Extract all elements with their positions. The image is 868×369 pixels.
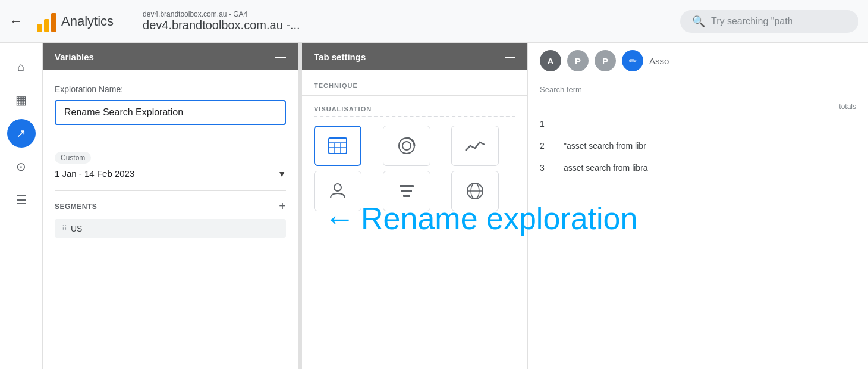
viz-grid-row2 <box>314 171 515 211</box>
analytics-logo: Analytics <box>37 11 114 32</box>
sidebar-item-home[interactable]: ⌂ <box>7 52 36 81</box>
viz-table[interactable] <box>314 126 361 166</box>
data-panel: A P P ✏ Asso Search term totals 1 2 "ass… <box>528 43 868 369</box>
date-range-text: 1 Jan - 14 Feb 2023 <box>55 168 134 179</box>
technique-label: TECHNIQUE <box>302 70 527 96</box>
us-label: US <box>71 224 82 233</box>
row-num-3: 3 <box>540 163 552 173</box>
svg-rect-9 <box>401 190 412 192</box>
viz-line[interactable] <box>451 126 499 166</box>
date-custom-label: Custom <box>55 152 91 164</box>
sidebar-item-reports[interactable]: ▦ <box>7 86 36 114</box>
browser-search[interactable]: 🔍 Try searching "path <box>680 10 858 33</box>
avatar-a: A <box>540 50 561 71</box>
svg-point-7 <box>334 184 341 191</box>
sidebar-item-menu[interactable]: ☰ <box>7 186 36 214</box>
svg-rect-0 <box>329 138 347 154</box>
table-row: 2 "asset search from libr <box>540 135 856 157</box>
totals-label: totals <box>528 100 868 113</box>
explore-icon: ↗ <box>16 126 26 140</box>
avatar-p1: P <box>567 50 589 71</box>
variables-header: Variables — <box>43 43 298 70</box>
segments-label: SEGMENTS <box>55 202 97 211</box>
sidebar-nav: ⌂ ▦ ↗ ⊙ ☰ <box>0 43 43 369</box>
date-dropdown-arrow[interactable]: ▼ <box>278 169 286 179</box>
tab-settings-header: Tab settings — <box>302 43 527 70</box>
url-main: dev4.brandtoolbox.com.au -... <box>143 18 671 32</box>
data-panel-header: A P P ✏ Asso <box>528 43 868 79</box>
viz-user[interactable] <box>314 171 361 211</box>
avatar-p2: P <box>595 50 616 71</box>
viz-grid-row1 <box>314 126 515 166</box>
menu-icon: ☰ <box>16 193 27 207</box>
drag-handle-icon: ⠿ <box>62 224 67 233</box>
sidebar-item-explore[interactable]: ↗ <box>7 119 36 148</box>
variables-body: Exploration Name: Custom 1 Jan - 14 Feb … <box>43 70 298 369</box>
url-subtitle: dev4.brandtoolbox.com.au - GA4 <box>143 10 671 18</box>
variables-panel: Variables — Exploration Name: Custom 1 J… <box>43 43 298 369</box>
variables-title: Variables <box>55 52 94 62</box>
tab-settings-title: Tab settings <box>314 52 366 62</box>
exploration-name-label: Exploration Name: <box>55 85 286 94</box>
row-text-2: "asset search from libr <box>564 141 646 151</box>
scroll-divider[interactable] <box>298 43 302 369</box>
browser-bar: ← Analytics dev4.brandtoolbox.com.au - G… <box>0 0 868 43</box>
pencil-icon: ✏ <box>629 55 637 67</box>
row-num-2: 2 <box>540 141 552 151</box>
advertising-icon: ⊙ <box>16 160 26 174</box>
segments-section: SEGMENTS + <box>55 190 286 213</box>
us-chip: ⠿ US <box>55 219 286 238</box>
visualisation-section: VISUALISATION <box>302 96 527 221</box>
segments-add-button[interactable]: + <box>279 199 286 213</box>
reports-icon: ▦ <box>15 93 27 107</box>
tab-settings-panel: Tab settings — TECHNIQUE VISUALISATION <box>302 43 528 369</box>
data-table-header: Search term <box>528 79 868 100</box>
main-layout: ⌂ ▦ ↗ ⊙ ☰ Variables — Exploration Name: … <box>0 43 868 369</box>
search-placeholder: Try searching "path <box>711 16 793 27</box>
date-range-row[interactable]: 1 Jan - 14 Feb 2023 ▼ <box>55 168 286 179</box>
table-row: 3 asset search from libra <box>540 157 856 179</box>
data-rows: 1 2 "asset search from libr 3 asset sear… <box>528 113 868 179</box>
row-num-1: 1 <box>540 119 552 129</box>
tab-settings-minimize[interactable]: — <box>505 51 515 62</box>
sidebar-item-advertising[interactable]: ⊙ <box>7 152 36 181</box>
url-area: dev4.brandtoolbox.com.au - GA4 dev4.bran… <box>143 10 671 32</box>
visualisation-label: VISUALISATION <box>314 105 515 117</box>
variables-minimize[interactable]: — <box>275 51 286 62</box>
logo-bar-2 <box>44 19 49 32</box>
logo-bar-3 <box>51 13 56 32</box>
home-icon: ⌂ <box>17 60 24 74</box>
viz-funnel[interactable] <box>383 171 430 211</box>
table-row: 1 <box>540 113 856 135</box>
search-term-header: Search term <box>540 85 582 94</box>
logo-bar-1 <box>37 24 42 32</box>
logo-icon <box>37 11 56 32</box>
divider <box>128 10 128 33</box>
asso-label: Asso <box>649 56 669 66</box>
edit-button[interactable]: ✏ <box>622 50 643 71</box>
exploration-name-input[interactable] <box>55 100 286 125</box>
row-text-3: asset search from libra <box>564 163 648 173</box>
svg-rect-10 <box>403 195 410 197</box>
svg-rect-8 <box>400 185 414 187</box>
search-icon: 🔍 <box>692 15 705 28</box>
date-section: Custom 1 Jan - 14 Feb 2023 ▼ <box>55 142 286 179</box>
svg-point-6 <box>402 142 411 150</box>
viz-globe[interactable] <box>451 171 499 211</box>
viz-donut[interactable] <box>383 126 430 166</box>
back-button[interactable]: ← <box>10 14 23 29</box>
app-name: Analytics <box>61 14 114 29</box>
